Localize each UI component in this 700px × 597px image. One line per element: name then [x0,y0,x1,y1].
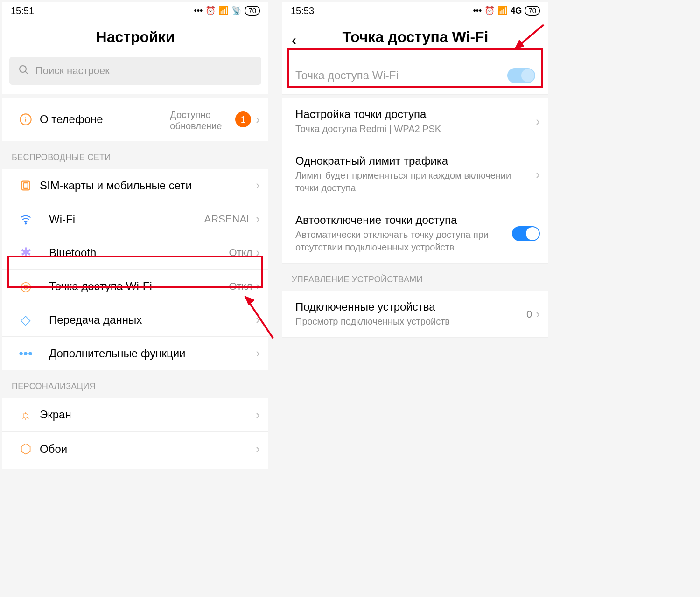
signal-icon: 📶 [497,6,508,16]
svg-point-0 [20,66,26,72]
battery-icon: 70 [525,6,540,16]
wifi-icon [12,213,40,226]
row-title: О телефоне [40,113,170,126]
section-personalization: ПЕРСОНАЛИЗАЦИЯ [2,370,268,398]
chevron-right-icon: › [536,307,540,321]
page-title: Настройки [2,19,268,57]
hotspot-toggle[interactable] [507,68,535,83]
network-label: 4G [511,6,522,16]
row-subtitle: Лимит будет применяться при каждом включ… [295,169,536,194]
chevron-right-icon: › [536,114,540,129]
search-input[interactable]: Поиск настроек [9,57,261,85]
alarm-icon: ⏰ [484,6,495,16]
row-traffic-limit[interactable]: Однократный лимит трафика Лимит будет пр… [282,145,548,204]
signal-icon: 📶 [218,6,229,16]
hotspot-icon: ◎ [12,278,40,294]
row-more[interactable]: ••• Дополнительные функции › [2,337,268,370]
chevron-right-icon: › [536,167,540,182]
row-title: Wi-Fi [49,213,204,226]
alarm-icon: ⏰ [205,6,216,16]
more-icon: ••• [194,6,203,16]
row-title: Дополнительные функции [49,347,256,360]
more-icon: ••• [473,6,482,16]
row-title: Точка доступа Wi-Fi [49,280,229,293]
row-bluetooth[interactable]: ✱ Bluetooth Откл › [2,236,268,270]
row-value: Откл [229,247,252,259]
bluetooth-icon: ✱ [12,245,40,260]
row-value: ARSENAL [204,213,252,225]
row-title: Настройка точки доступа [295,108,536,121]
row-subtitle: Автоматически отключать точку доступа пр… [295,229,512,254]
update-badge: 1 [235,111,251,127]
status-icons: ••• ⏰ 📶 📡 70 [194,6,260,16]
page-title: ‹ Точка доступа Wi-Fi [282,19,548,57]
row-title: Передача данных [49,313,256,326]
chevron-right-icon: › [256,112,260,127]
chevron-right-icon: › [256,408,260,422]
row-display[interactable]: ☼ Экран › [2,398,268,432]
wifi-icon: 📡 [231,6,242,16]
row-title: Точка доступа Wi-Fi [295,69,507,82]
chevron-right-icon: › [256,312,260,327]
status-bar: 15:53 ••• ⏰ 📶 4G 70 [282,2,548,19]
status-time: 15:51 [11,6,34,16]
row-subtitle: Просмотр подключенных устройств [295,315,526,328]
back-button[interactable]: ‹ [292,32,296,48]
row-wallpaper[interactable]: ⬡ Обои › [2,432,268,466]
row-value: 0 [526,308,532,320]
row-data-usage[interactable]: ◇ Передача данных › [2,303,268,337]
svg-rect-6 [23,183,28,188]
search-icon [18,64,29,78]
row-sim[interactable]: SIM-карты и мобильные сети › [2,169,268,202]
row-connected-devices[interactable]: Подключенные устройства Просмотр подключ… [282,291,548,338]
svg-point-7 [25,223,26,224]
row-subtitle: Точка доступа Redmi | WPA2 PSK [295,123,536,135]
chevron-right-icon: › [256,178,260,193]
row-title: Экран [40,408,256,421]
row-title: Автоотключение точки доступа [295,214,512,227]
chevron-right-icon: › [256,279,260,293]
battery-icon: 70 [245,6,260,16]
section-wireless: БЕСПРОВОДНЫЕ СЕТИ [2,141,268,169]
row-title: SIM-карты и мобильные сети [40,179,256,192]
status-icons: ••• ⏰ 📶 4G 70 [473,6,540,16]
phone-left: 15:51 ••• ⏰ 📶 📡 70 Настройки Поиск настр… [2,2,268,469]
data-icon: ◇ [12,312,40,327]
row-hotspot[interactable]: ◎ Точка доступа Wi-Fi Откл › [2,270,268,303]
row-title: Обои [40,443,256,456]
row-title: Bluetooth [49,246,229,259]
sim-icon [12,179,40,192]
chevron-right-icon: › [256,245,260,260]
display-icon: ☼ [12,407,40,422]
row-hotspot-toggle[interactable]: Точка доступа Wi-Fi [282,57,548,95]
status-bar: 15:51 ••• ⏰ 📶 📡 70 [2,2,268,19]
wallpaper-icon: ⬡ [12,441,40,457]
status-time: 15:53 [291,6,314,16]
row-title: Однократный лимит трафика [295,154,536,167]
phone-right: 15:53 ••• ⏰ 📶 4G 70 ‹ Точка доступа Wi-F… [282,2,548,469]
row-auto-off[interactable]: Автоотключение точки доступа Автоматичес… [282,204,548,264]
row-wifi[interactable]: Wi-Fi ARSENAL › [2,202,268,236]
row-title: Подключенные устройства [295,300,526,313]
auto-off-toggle[interactable] [512,226,540,241]
chevron-right-icon: › [256,442,260,456]
section-devices: УПРАВЛЕНИЕ УСТРОЙСТВАМИ [282,264,548,291]
chevron-right-icon: › [256,212,260,226]
svg-line-1 [25,71,28,74]
row-about-phone[interactable]: О телефоне Доступно обновление 1 › [2,98,268,141]
row-value: Откл [229,280,252,292]
info-icon [12,113,40,126]
search-placeholder: Поиск настроек [35,65,110,77]
row-hotspot-setup[interactable]: Настройка точки доступа Точка доступа Re… [282,98,548,145]
row-subtitle: Доступно обновление [170,109,235,132]
chevron-right-icon: › [256,346,260,361]
more-icon: ••• [12,346,40,361]
